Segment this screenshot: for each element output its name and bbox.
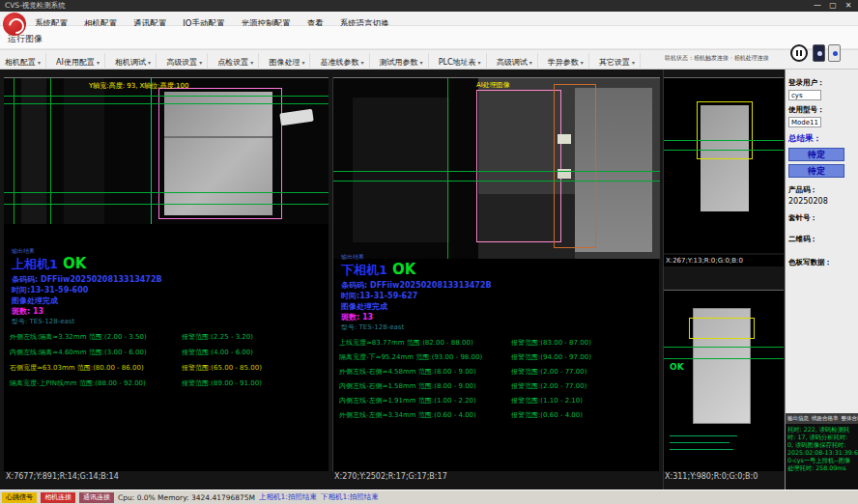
window-title: CVS-视觉检测系统 [5,0,66,12]
guide-vline [447,78,448,259]
measurement-row: 外侧左线-左侧≈3.34mm 范围:(0.60 - 4.00) 报警范围:(0.… [339,410,657,422]
part-detail [164,136,272,138]
barcode-line: 条码码: DFFiiw2025020813313472B [341,280,492,291]
measurement-value: 内侧左线-左侧≈1.91mm 范围:(1.00 - 2.20) [339,397,476,405]
guide-hline [333,181,660,182]
measurement-row: 上线宽度≈83.77mm 范围:(82.00 - 88.00) 报警范围:(83… [339,338,657,350]
login-user-label: 登录用户： [788,78,855,88]
stats-line: 0-cys一号上排机--图像 [787,457,856,464]
measurement-value: 内侧左线:隔离≈4.60mm 范围:(3.00 - 6.00) [10,349,147,356]
stats-panel: 输出信息 线路合格率 整体合格率 耗时: 222, 读码检测耗 时: 17, 读… [785,413,858,490]
menu-bar: 系统配置 相机配置 通讯配置 IO手动配置 光源控制配置 查看 系统语言切换 [0,12,858,26]
result-status-box-2: 待定 [788,164,844,178]
alarm-range: 报警范围:(1.10 - 2.10) [511,396,583,406]
right-image-coords: X:270;Y:2502;R:17;G:17;B:17 [334,472,447,481]
tiny-text-line [670,435,737,436]
camera-name: 下相机1 [341,263,387,277]
info-side-panel: 登录用户： cys 使用型号： Mode11 总结果： 待定 待定 产品码： 2… [785,70,858,413]
camera-name: 上相机1 [12,257,58,271]
tiny-text-line [670,442,729,443]
stats-line: 耗时: 222, 读码检测耗 [787,426,856,434]
roi-rect-yellow [697,101,753,159]
model-select[interactable]: Mode11 [788,117,821,127]
model-label: 使用型号： [788,105,855,115]
preview-bottom-coords: X:311;Y:980;R:0;G:0;B:0 [665,472,758,481]
machine-structure [353,98,449,242]
link-state-text: 联机状态：相机触发连接 · 相机处理连接 [665,54,783,63]
stats-line: 2025:02:08-13:31:39:65 [787,449,856,457]
needle-number-label: 套针号： [788,213,855,223]
cpu-memory-text: Cpu: 0.0% Memory: 3424.41796875M [118,493,255,502]
guide-hline [664,140,784,141]
alarm-range: 报警范围:(2.25 - 3.20) [182,332,253,342]
measurement-row: 外侧左线:隔离≈3.32mm 范围:(2.00 - 3.50) 报警范围:(2.… [10,332,327,344]
right-camera-image[interactable]: AI处理图像 [333,77,660,259]
guide-hline [664,358,784,359]
app-logo-icon [3,13,26,36]
camera-toggle-1-icon[interactable] [813,44,825,62]
alarm-range: 报警范围:(65.00 - 85.00) [182,363,262,373]
measurement-row: 内侧左线-右侧≈1.58mm 范围:(8.00 - 9.00) 报警范围:(2.… [339,381,657,393]
process-line: 图像处理完成 [12,295,58,306]
image-overlay-text: AI处理图像 [476,80,510,90]
alarm-range: 报警范围:(2.00 - 77.00) [511,381,586,391]
tiny-text-line [670,449,733,450]
coordinate-strip: X:7677;Y:891;R:14;G:14;B:14 X:270;Y:2502… [0,471,858,485]
inspected-part [164,92,272,215]
stats-header: 输出信息 线路合格率 整体合格率 [786,413,858,424]
stats-body: 耗时: 222, 读码检测耗 时: 17, 读码分析耗时: 0, 读码图像保存耗… [786,424,858,474]
guide-vline [151,78,152,224]
model-line: 型号: TES-128-east [341,322,404,332]
result-ok-badge: OK [63,255,86,272]
measurement-row: 内侧左线-左侧≈1.91mm 范围:(1.00 - 2.20) 报警范围:(1.… [339,396,657,407]
camera-toggle-2-icon[interactable] [828,44,841,62]
stats-line: 时: 17, 读码分析耗时: [787,434,856,441]
roi-rect-orange [554,84,596,248]
camera-status-badge: 相机连接 [41,492,75,503]
camera1-status-text: 上相机1:拍照结束 [259,492,317,502]
measurement-value: 隔离宽度-下≈95.24mm 范围:(93.00 - 98.00) [339,353,482,361]
camera-result-line: 上相机1OK [12,255,86,273]
preview-image-top[interactable] [664,77,784,253]
window-titlebar: CVS-视觉检测系统 — ▢ ✕ [0,0,858,12]
measurement-value: 外侧左线:隔离≈3.32mm 范围:(2.00 - 3.50) [10,333,147,341]
comm-status-badge: 通讯连接 [79,492,114,503]
close-icon[interactable]: ✕ [841,0,856,12]
login-user-value: cys [788,90,821,100]
left-camera-panel: Y轴宽:高度: 93, X轴位:高度:100 输出结果 上相机1OK 条码码: … [4,77,329,471]
stats-line: 处理耗时: 258.09ms [787,464,856,472]
process-line: 图像处理完成 [341,301,387,312]
preview-result-ok: OK [670,362,684,372]
maximize-icon[interactable]: ▢ [825,0,841,12]
spot-count-line: 斑数: 13 [12,306,43,317]
minimize-icon[interactable]: — [810,0,825,12]
product-code-value: 20250208 [788,197,855,206]
measurement-row-warning: 右侧宽度≈63.03mm 范围:(80.00 - 86.00) 报警范围:(65… [10,363,327,375]
stats-header-total-rate: 整体合格率 [842,413,858,424]
status-bar: 心跳信号 相机连接 通讯连接 Cpu: 0.0% Memory: 3424.41… [0,490,858,504]
alarm-range: 报警范围:(4.00 - 6.00) [182,348,253,357]
measurement-row: 隔离宽度-下≈95.24mm 范围:(93.00 - 98.00) 报警范围:(… [339,352,657,364]
guide-hline [4,96,329,97]
connector-part [279,109,313,126]
product-code-label: 产品码： [788,185,855,195]
left-camera-image[interactable]: Y轴宽:高度: 93, X轴位:高度:100 [4,77,329,224]
alarm-range: 报警范围:(0.60 - 4.00) [511,410,583,420]
total-result-label: 总结果： [788,133,855,145]
barcode-line: 条码码: DFFiiw2025020813313472B [12,274,162,285]
measurement-row: 隔离宽度-上PIN线mm 范围:(88.00 - 92.00) 报警范围:(89… [10,378,327,390]
time-line: 时间:13-31-59-600 [12,285,88,295]
machine-structure [64,78,104,224]
result-status-box-1: 待定 [788,148,844,161]
qr-code-label: 二维码： [788,235,855,244]
stats-header-line-rate: 线路合格率 [812,413,839,424]
guide-hline [333,171,660,172]
guide-vline [50,78,51,224]
pause-button[interactable] [790,44,808,62]
stats-line: 0, 读码图像保存耗时: [787,441,856,449]
heartbeat-status-badge: 心跳信号 [2,492,37,503]
image-overlay-text: Y轴宽:高度: 93, X轴位:高度:100 [89,81,188,91]
measurement-value: 外侧左线-左侧≈3.34mm 范围:(0.60 - 4.00) [339,411,476,419]
alarm-range: 报警范围:(2.00 - 77.00) [511,367,586,377]
preview-image-bottom[interactable]: OK [664,290,784,471]
